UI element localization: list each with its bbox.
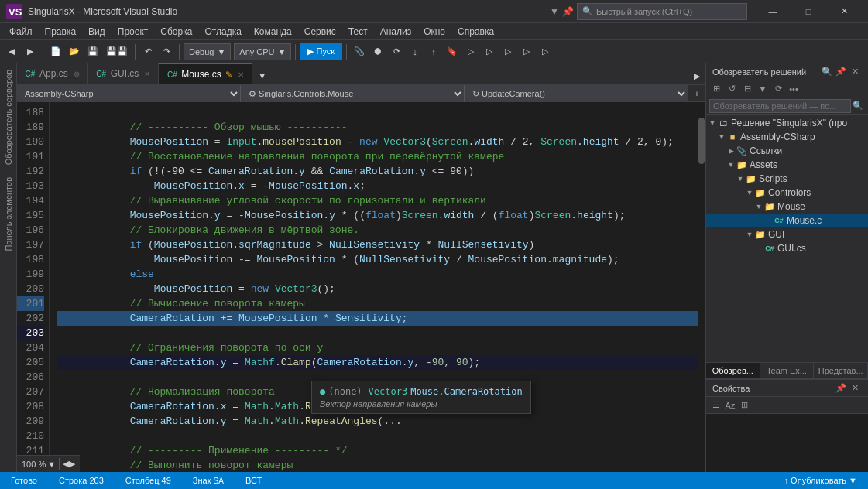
se-tb-more[interactable]: ••• — [787, 82, 801, 96]
menu-window[interactable]: Окно — [417, 25, 451, 39]
status-ready[interactable]: Готово — [8, 476, 40, 485]
expand-gui-folder[interactable]: ▼ — [745, 230, 754, 239]
tab-mouse-cs[interactable]: C# Mouse.cs ✎ ✕ — [159, 63, 252, 84]
redo-button[interactable]: ↷ — [158, 43, 175, 60]
props-tb-props2[interactable]: ⊞ — [737, 398, 751, 412]
se-tb-col[interactable]: ⊟ — [740, 82, 754, 96]
tree-refs[interactable]: ▶ 📎 Ссылки — [706, 144, 868, 158]
tab-close-mouse[interactable]: ✕ — [238, 70, 244, 79]
nav-expand[interactable]: + — [688, 85, 705, 102]
se-search-btn[interactable]: 🔍 — [820, 65, 834, 79]
expand-mouse-folder[interactable]: ▼ — [754, 202, 763, 211]
menu-test[interactable]: Тест — [342, 25, 374, 39]
save-all-button[interactable]: 💾💾 — [103, 43, 131, 60]
menu-file[interactable]: Файл — [3, 25, 39, 39]
tree-gui-cs[interactable]: ▶ C# GUI.cs — [706, 241, 868, 255]
tree-solution[interactable]: ▼ 🗂 Решение "SingularisX" (про — [706, 116, 868, 130]
back-button[interactable]: ◀ — [3, 43, 20, 60]
expand-assembly[interactable]: ▼ — [717, 132, 726, 142]
menu-team[interactable]: Команда — [248, 25, 298, 39]
tab-close-gui[interactable]: ✕ — [144, 70, 150, 78]
zoom-up-btn[interactable]: ▶ — [69, 459, 75, 469]
tab-close-app[interactable]: ⊗ — [74, 70, 80, 78]
namespace-dropdown[interactable]: Assembly-CSharp — [17, 85, 241, 102]
se-search-input[interactable] — [709, 99, 851, 113]
tree-gui-folder[interactable]: ▼ 📁 GUI — [706, 227, 868, 241]
bookmark-button[interactable]: 🔖 — [444, 43, 461, 60]
tab-gui-cs[interactable]: C# GUI.cs ✕ — [88, 63, 160, 84]
expand-controlors[interactable]: ▼ — [745, 188, 754, 197]
tab-scroll-right[interactable]: ▶ — [688, 67, 705, 84]
debug-config-dropdown[interactable]: Debug ▼ — [184, 43, 231, 60]
se-tab-team[interactable]: Team Ex... — [760, 363, 815, 378]
se-tb-filter[interactable]: ▼ — [756, 82, 770, 96]
menu-debug[interactable]: Отладка — [198, 25, 247, 39]
undo-button[interactable]: ↶ — [139, 43, 156, 60]
props-close[interactable]: ✕ — [848, 381, 862, 395]
save-button[interactable]: 💾 — [84, 43, 101, 60]
more-buttons[interactable]: ▷ — [462, 43, 479, 60]
attach-button[interactable]: 📎 — [351, 43, 368, 60]
platform-dropdown[interactable]: Any CPU ▼ — [234, 43, 291, 60]
forward-button[interactable]: ▶ — [22, 43, 39, 60]
play-button[interactable]: ▶ Пуск — [300, 43, 342, 60]
publish-button[interactable]: ↑ Опубликовать ▼ — [781, 476, 860, 485]
close-button[interactable]: ✕ — [826, 0, 862, 23]
props-tb-cat[interactable]: ☰ — [709, 398, 723, 412]
quick-launch-title[interactable]: 🔍 Быстрый запуск (Ctrl+Q) — [577, 3, 747, 20]
minimize-button[interactable]: — — [755, 0, 791, 23]
status-col[interactable]: Столбец 49 — [122, 476, 174, 485]
tree-assets[interactable]: ▼ 📁 Assets — [706, 158, 868, 172]
breakpoints-button[interactable]: ⬢ — [369, 43, 386, 60]
se-tab-class[interactable]: Представ... — [814, 363, 868, 378]
expand-refs[interactable]: ▶ — [726, 146, 736, 156]
step-out-button[interactable]: ↑ — [425, 43, 442, 60]
tree-scripts[interactable]: ▼ 📁 Scripts — [706, 172, 868, 186]
se-search-go[interactable]: 🔍 — [851, 99, 865, 113]
se-tb-sync[interactable]: ⟳ — [771, 82, 785, 96]
se-tb-refresh[interactable]: ↺ — [725, 82, 739, 96]
scroll-thumb[interactable] — [698, 118, 705, 164]
menu-view[interactable]: Вид — [82, 25, 112, 39]
code-editor[interactable]: 188189190191192 193194195196197 19819920… — [17, 102, 705, 472]
tree-mouse-cs[interactable]: ▶ C# Mouse.c — [706, 214, 868, 227]
menu-edit[interactable]: Правка — [39, 25, 83, 39]
menu-project[interactable]: Проект — [112, 25, 155, 39]
tree-assembly[interactable]: ▼ ■ Assembly-CSharp — [706, 130, 868, 144]
tab-app-cs[interactable]: C# App.cs ⊗ — [17, 63, 88, 84]
se-pin-btn[interactable]: 📌 — [834, 65, 848, 79]
more-buttons3[interactable]: ▷ — [499, 43, 516, 60]
expand-solution[interactable]: ▼ — [708, 118, 717, 128]
zoom-down-btn[interactable]: ◀ — [63, 459, 69, 469]
panels-tab[interactable]: Панель элементов — [2, 171, 15, 258]
expand-scripts[interactable]: ▼ — [736, 174, 745, 183]
more-buttons2[interactable]: ▷ — [481, 43, 498, 60]
maximize-button[interactable]: □ — [791, 0, 826, 23]
open-button[interactable]: 📂 — [66, 43, 83, 60]
new-file-button[interactable]: 📄 — [47, 43, 64, 60]
solution-explorer-tab[interactable]: Обозреватель серверов — [2, 63, 15, 171]
expand-assets[interactable]: ▼ — [726, 160, 736, 169]
status-char[interactable]: Знак SA — [190, 476, 227, 485]
se-close-btn[interactable]: ✕ — [848, 65, 862, 79]
step-in-button[interactable]: ↓ — [407, 43, 424, 60]
props-tb-alpha[interactable]: Az — [723, 398, 737, 412]
step-over-button[interactable]: ⟳ — [388, 43, 405, 60]
vertical-scrollbar[interactable] — [698, 102, 705, 472]
se-tab-explorer[interactable]: Обозрев... — [706, 363, 760, 378]
menu-build[interactable]: Сборка — [154, 25, 198, 39]
tree-controlors[interactable]: ▼ 📁 Controlors — [706, 186, 868, 200]
props-pin[interactable]: 📌 — [834, 381, 848, 395]
menu-analyze[interactable]: Анализ — [374, 25, 418, 39]
more-buttons4[interactable]: ▷ — [518, 43, 535, 60]
more-buttons5[interactable]: ▷ — [537, 43, 554, 60]
code-content[interactable]: // ---------- Обзор мышью ---------- Mou… — [50, 102, 705, 472]
method-dropdown[interactable]: ↻ UpdateCamera() — [465, 85, 688, 102]
tree-mouse-folder[interactable]: ▼ 📁 Mouse — [706, 200, 868, 214]
se-tb-props[interactable]: ⊞ — [709, 82, 723, 96]
class-dropdown[interactable]: ⚙ Singlaris.Controls.Mouse — [241, 85, 465, 102]
status-bct[interactable]: ВСТ — [242, 476, 265, 485]
status-row[interactable]: Строка 203 — [56, 476, 107, 485]
new-tab-button[interactable]: ▼ — [254, 67, 271, 84]
menu-tools[interactable]: Сервис — [298, 25, 342, 39]
